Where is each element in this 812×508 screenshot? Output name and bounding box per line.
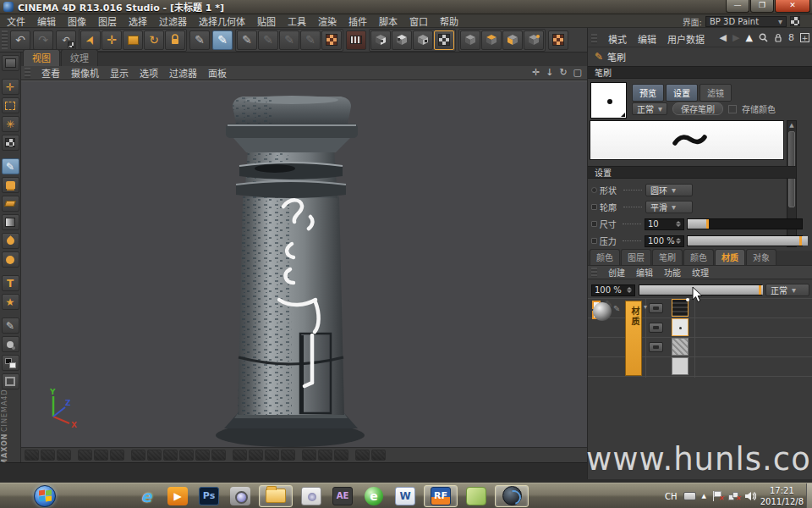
redo-button[interactable]: ↷ (33, 30, 53, 50)
taskbar-green-browser[interactable]: e (361, 485, 387, 507)
shape-dropdown[interactable]: 圆环 ▾ (645, 184, 693, 196)
scale-tool-button[interactable] (123, 30, 143, 50)
scroll-up-icon[interactable]: ▲ (787, 121, 796, 130)
viewport-pan-icon[interactable]: ↓ (546, 67, 553, 78)
pressure-slider[interactable] (687, 235, 803, 246)
size-input[interactable]: 10 (645, 218, 684, 230)
cube-top-orange-button[interactable] (481, 30, 502, 50)
settings-section-header[interactable]: 设置 (588, 166, 796, 179)
smudge-tool[interactable] (2, 251, 19, 268)
material-blend-dropdown[interactable]: 正常 ▾ (765, 284, 809, 296)
texture-tool-button[interactable] (195, 450, 210, 461)
render-setup-button[interactable] (346, 30, 366, 50)
lock-axis-button[interactable] (165, 30, 185, 50)
texture-tool-button[interactable] (78, 450, 92, 461)
tab-view[interactable]: 视图 (23, 49, 60, 66)
text-tool[interactable]: T (2, 275, 19, 291)
param-box-icon[interactable] (591, 238, 597, 244)
store-color-checkbox[interactable] (728, 105, 737, 113)
paint-variant-3-button[interactable]: ✎ (300, 30, 321, 50)
panel-grip[interactable] (591, 34, 597, 44)
taskbar-explorer-folder[interactable] (259, 485, 293, 507)
taskbar-word[interactable]: W (392, 485, 418, 507)
vp-menu-view[interactable]: 查看 (41, 66, 60, 80)
menu-image[interactable]: 图像 (68, 14, 86, 28)
marquee-tool[interactable] (2, 97, 19, 113)
cube-side-orange-button[interactable] (502, 30, 523, 50)
transform-tool[interactable]: ✛ (2, 79, 19, 95)
shape-tool[interactable]: ★ (2, 294, 19, 310)
tab-settings[interactable]: 设置 (666, 84, 698, 102)
show-desktop-button[interactable] (806, 483, 812, 508)
tab-preview[interactable]: 预览 (632, 84, 664, 102)
minimize-button[interactable]: — (726, 0, 749, 13)
action-center-flag-icon[interactable]: ✕ (712, 491, 722, 501)
material-sphere-preview[interactable] (593, 302, 612, 321)
panel-menu-mode[interactable]: 模式 (608, 32, 627, 46)
vp-menu-filter[interactable]: 过滤器 (169, 66, 197, 80)
opacity-input[interactable]: 100 % (591, 284, 635, 296)
brush-presets-button[interactable]: ✎ (189, 30, 210, 50)
network-icon[interactable]: ✕ (728, 492, 739, 501)
taskbar-media-player[interactable]: ▶ (165, 485, 190, 507)
texture-tool-button[interactable] (57, 450, 71, 461)
texture-tool-button[interactable] (318, 450, 332, 461)
select-tool-button[interactable]: ➤ (80, 30, 101, 50)
undo-brush-button[interactable]: ↶ (56, 30, 76, 50)
menu-render[interactable]: 渲染 (318, 14, 337, 28)
texture-tool-button[interactable] (41, 450, 55, 461)
tab-texture[interactable]: 纹理 (61, 49, 98, 66)
interface-dropdown[interactable]: BP 3D Paint ▾ (705, 16, 787, 27)
tab-brush[interactable]: 笔刷 (652, 249, 683, 265)
texture-tool-button[interactable] (281, 450, 295, 461)
paint-variant-1-button[interactable]: ✎ (258, 30, 278, 50)
mat-menu-edit[interactable]: 编辑 (636, 266, 653, 279)
texture-tool-button[interactable] (131, 450, 145, 461)
channel-toggle[interactable] (649, 303, 663, 313)
taskbar-cinema4d[interactable] (495, 485, 529, 507)
material-menu-grip[interactable] (591, 268, 597, 277)
mat-menu-texture[interactable]: 纹理 (692, 266, 709, 279)
clock[interactable]: 17:21 2011/12/8 (760, 485, 804, 507)
taskbar-after-effects[interactable]: AE (330, 485, 355, 507)
param-box-icon[interactable] (591, 221, 597, 227)
maximize-button[interactable]: ❐ (750, 0, 774, 13)
add-panel-icon[interactable]: + (800, 33, 809, 42)
pressure-stepper[interactable] (676, 238, 681, 244)
cube-corner-orange-button[interactable] (524, 30, 544, 50)
texture-tool-button[interactable] (302, 450, 316, 461)
gradient-tool[interactable] (2, 214, 19, 230)
viewport-canvas[interactable]: Y X Z (21, 80, 587, 447)
texture-thumbnail-active[interactable] (672, 299, 689, 317)
menu-plugins[interactable]: 插件 (348, 14, 367, 28)
forward-icon[interactable]: ▶ (732, 32, 739, 43)
texture-tool-button[interactable] (110, 450, 124, 461)
move-tool-button[interactable]: ✛ (102, 30, 122, 50)
taskbar-rf-app[interactable]: RF (424, 485, 458, 507)
uv-checker-button[interactable] (434, 30, 454, 50)
magnifier-icon[interactable] (759, 33, 768, 42)
tab-layers[interactable]: 图层 (621, 249, 651, 265)
menu-edit[interactable]: 编辑 (37, 14, 56, 28)
paint-3d-button[interactable]: ✎ (212, 30, 233, 50)
dither-tool[interactable] (2, 135, 19, 151)
texture-tool-button[interactable] (334, 450, 348, 461)
language-indicator[interactable]: CH (665, 492, 678, 501)
uv-cube-1-button[interactable] (370, 30, 391, 50)
viewport-rotate-icon[interactable]: ↻ (559, 67, 567, 78)
viewport-move-icon[interactable]: ✛ (532, 67, 540, 78)
clone-stamp-tool[interactable] (2, 177, 19, 193)
viewport-maximize-icon[interactable]: ▢ (573, 67, 582, 78)
cube-plain-button[interactable] (460, 30, 480, 50)
texture-tool-button[interactable] (25, 450, 39, 461)
rotate-tool-button[interactable]: ↻ (144, 30, 164, 50)
param-dot-icon[interactable] (591, 187, 597, 193)
save-brush-button[interactable]: 保存笔刷 (672, 102, 723, 115)
menu-map[interactable]: 贴图 (257, 14, 276, 28)
panel-menu-edit[interactable]: 编辑 (638, 32, 656, 46)
menu-filter[interactable]: 过滤器 (159, 14, 187, 28)
select-swatch-tool[interactable] (2, 55, 19, 71)
size-slider[interactable] (687, 218, 803, 229)
menu-file[interactable]: 文件 (7, 14, 25, 28)
brush-blend-dropdown[interactable]: 正常 ▾ (632, 102, 667, 115)
